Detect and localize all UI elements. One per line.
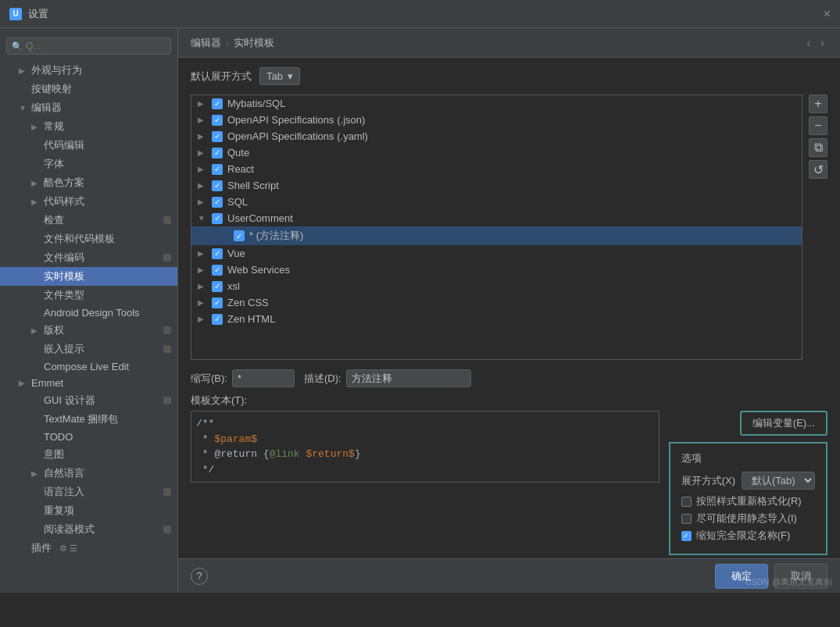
sidebar-item-file-encoding[interactable]: ▶ 文件编码 xyxy=(0,248,177,267)
template-group-xsl[interactable]: ▶ xsl xyxy=(191,278,802,294)
sidebar-item-android-design-tools[interactable]: ▶ Android Design Tools xyxy=(0,305,177,321)
add-button[interactable]: + xyxy=(809,94,827,113)
sidebar-item-file-code-template[interactable]: ▶ 文件和代码模板 xyxy=(0,230,177,248)
sidebar-item-repeat[interactable]: ▶ 重复项 xyxy=(0,501,177,520)
help-button[interactable]: ? xyxy=(191,568,208,585)
template-group-shell[interactable]: ▶ Shell Script xyxy=(191,177,802,194)
checkbox-shell[interactable] xyxy=(212,180,223,191)
checkbox-openapi-yaml[interactable] xyxy=(212,131,223,142)
sidebar-item-label: 语言注入 xyxy=(44,485,84,499)
content-area: 编辑器 › 实时模板 ‹ › 默认展开方式 Tab ▾ xyxy=(178,28,840,593)
static-import-checkbox[interactable] xyxy=(681,514,692,524)
default-expand-dropdown[interactable]: Tab ▾ xyxy=(259,67,300,85)
checkbox-zen-html[interactable] xyxy=(212,314,223,325)
sidebar-item-lang-inject[interactable]: ▶ 语言注入 xyxy=(0,483,177,501)
checkbox-vue[interactable] xyxy=(212,248,223,259)
template-group-openapi-json[interactable]: ▶ OpenAPI Specifications (.json) xyxy=(191,112,802,128)
search-box[interactable]: 🔍 xyxy=(6,37,171,55)
sidebar-item-todo[interactable]: ▶ TODO xyxy=(0,429,177,445)
sidebar-item-inlay-hints[interactable]: ▶ 嵌入提示 xyxy=(0,340,177,358)
option-shorten-fqn-row: 缩短完全限定名称(F) xyxy=(681,529,815,543)
nav-back-button[interactable]: ‹ xyxy=(803,36,813,50)
checkbox-mybatis[interactable] xyxy=(212,98,223,109)
expand-arrow: ▶ xyxy=(31,198,39,206)
sidebar-item-label: 常规 xyxy=(44,119,64,134)
desc-input[interactable] xyxy=(346,369,471,387)
abbr-input[interactable] xyxy=(232,369,295,387)
checkbox-openapi-json[interactable] xyxy=(212,115,223,126)
sidebar-item-live-templates[interactable]: ▶ 实时模板 xyxy=(0,267,177,286)
shorten-fqn-checkbox[interactable] xyxy=(681,531,692,541)
template-group-sql[interactable]: ▶ SQL xyxy=(191,194,802,210)
expand-arrow: ▶ xyxy=(31,123,39,131)
checkbox-sql[interactable] xyxy=(212,197,223,208)
sidebar-item-color-scheme[interactable]: ▶ 酷色方案 xyxy=(0,173,177,192)
template-group-openapi-yaml[interactable]: ▶ OpenAPI Specifications (.yaml) xyxy=(191,128,802,144)
sidebar-item-reader-mode[interactable]: ▶ 阅读器模式 xyxy=(0,520,177,539)
reset-button[interactable]: ↺ xyxy=(809,160,827,179)
template-group-zen-css[interactable]: ▶ Zen CSS xyxy=(191,294,802,311)
checkbox-method-comment[interactable] xyxy=(234,230,245,241)
reformat-checkbox[interactable] xyxy=(681,497,692,507)
sidebar-item-keymap[interactable]: ▶ 按键映射 xyxy=(0,80,177,98)
checkbox-react[interactable] xyxy=(212,164,223,175)
expand-arrow: ▶ xyxy=(198,148,207,157)
footer: ? 确定 取消 xyxy=(178,558,840,593)
sidebar-item-compose-live-edit[interactable]: ▶ Compose Live Edit xyxy=(0,358,177,375)
sidebar-item-general[interactable]: ▶ 常规 xyxy=(0,117,177,136)
template-group-zen-html[interactable]: ▶ Zen HTML xyxy=(191,311,802,327)
right-actions: 编辑变量(E)... 选项 展开方式(X) 默认(Tab) 按照样式重新格式化(… xyxy=(669,394,827,555)
sidebar-item-version[interactable]: ▶ 版权 xyxy=(0,321,177,340)
sidebar-item-code-style[interactable]: ▶ 代码样式 xyxy=(0,192,177,211)
title-bar-left: U 设置 xyxy=(9,7,48,21)
copy-button[interactable]: ⧉ xyxy=(809,138,827,157)
template-text-wrapper: 模板文本(T): /** * $param$ * @return {@link … xyxy=(191,394,659,483)
edit-vars-button[interactable]: 编辑变量(E)... xyxy=(740,411,827,436)
sidebar-item-label: 酷色方案 xyxy=(44,176,84,190)
sidebar-item-label: 意图 xyxy=(44,447,64,461)
main-layout: 🔍 ▶ 外观与行为 ▶ 按键映射 ▼ 编辑器 ▶ 常规 ▶ 代码编辑 ▶ 字体 xyxy=(0,28,840,593)
sidebar-item-inspection[interactable]: ▶ 检查 xyxy=(0,211,177,230)
sidebar-item-natural-lang[interactable]: ▶ 自然语言 xyxy=(0,464,177,483)
sidebar-item-intentions[interactable]: ▶ 意图 xyxy=(0,445,177,464)
expand-arrow: ▶ xyxy=(198,165,207,173)
checkbox-usercomment[interactable] xyxy=(212,213,223,224)
template-item-method-comment[interactable]: ▶ * (方法注释) xyxy=(191,226,802,245)
nav-forward-button[interactable]: › xyxy=(817,36,827,50)
desc-field-group: 描述(D): xyxy=(304,369,471,387)
checkbox-web-services[interactable] xyxy=(212,265,223,276)
breadcrumb-editor: 编辑器 xyxy=(191,36,221,50)
sidebar-item-label: 文件类型 xyxy=(44,288,84,302)
template-text-area[interactable]: /** * $param$ * @return {@link $return$}… xyxy=(191,411,659,483)
sidebar-item-editor[interactable]: ▼ 编辑器 xyxy=(0,98,177,117)
badge xyxy=(163,216,171,224)
group-label: Web Services xyxy=(227,264,290,276)
template-group-web-services[interactable]: ▶ Web Services xyxy=(191,262,802,278)
expand-dropdown[interactable]: 默认(Tab) xyxy=(742,472,815,490)
sidebar-item-font[interactable]: ▶ 字体 xyxy=(0,155,177,173)
search-input[interactable] xyxy=(26,41,166,52)
sidebar-item-file-types[interactable]: ▶ 文件类型 xyxy=(0,286,177,305)
template-group-mybatis[interactable]: ▶ Mybatis/SQL xyxy=(191,95,802,112)
remove-button[interactable]: − xyxy=(809,116,827,135)
sidebar-item-code-editing[interactable]: ▶ 代码编辑 xyxy=(0,136,177,155)
sidebar-item-label: Android Design Tools xyxy=(44,307,140,319)
template-group-vue[interactable]: ▶ Vue xyxy=(191,245,802,262)
sidebar-item-gui-designer[interactable]: ▶ GUI 设计器 xyxy=(0,391,177,410)
template-group-usercomment[interactable]: ▼ UserComment xyxy=(191,210,802,226)
sidebar-item-textmate[interactable]: ▶ TextMate 捆绑包 xyxy=(0,410,177,429)
expand-arrow: ▼ xyxy=(19,104,27,112)
template-text-section: 模板文本(T): /** * $param$ * @return {@link … xyxy=(191,394,827,555)
template-list[interactable]: ▶ Mybatis/SQL ▶ OpenAPI Specifications (… xyxy=(191,94,802,360)
expand-arrow: ▶ xyxy=(198,282,207,290)
checkbox-zen-css[interactable] xyxy=(212,297,223,308)
sidebar-item-plugins[interactable]: ▶ 插件 ⚙ ☰ xyxy=(0,539,177,558)
template-group-react[interactable]: ▶ React xyxy=(191,161,802,177)
sidebar-item-appearance[interactable]: ▶ 外观与行为 xyxy=(0,61,177,80)
group-label: UserComment xyxy=(227,212,293,224)
template-group-qute[interactable]: ▶ Qute xyxy=(191,144,802,161)
checkbox-xsl[interactable] xyxy=(212,281,223,292)
sidebar-item-emmet[interactable]: ▶ Emmet xyxy=(0,375,177,391)
close-button[interactable]: × xyxy=(824,7,831,21)
checkbox-qute[interactable] xyxy=(212,148,223,159)
